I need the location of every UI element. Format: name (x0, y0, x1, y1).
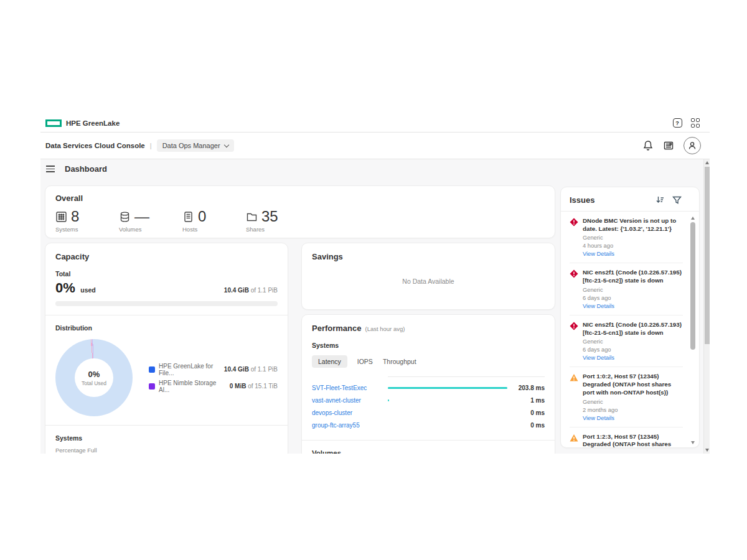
main-content: Dashboard Overall 8 Systems — (40, 159, 710, 454)
tab-iops[interactable]: IOPS (357, 355, 373, 368)
help-icon[interactable]: ? (673, 118, 682, 128)
latency-bar (388, 399, 389, 401)
donut-center-label: Total Used (82, 380, 106, 386)
page-title: Dashboard (65, 164, 107, 174)
stat-label: Volumes (119, 226, 156, 233)
latency-value: 0 ms (510, 422, 545, 429)
legend-item: HPE GreenLake for File... 10.4 GiB of 1.… (149, 363, 278, 376)
console-title: Data Services Cloud Console (45, 142, 145, 149)
legend-item: HPE Nimble Storage Al... 0 MiB of 15.1 T… (149, 380, 278, 393)
percentage-full-label: Percentage Full (55, 447, 278, 454)
performance-systems-label: Systems (312, 342, 545, 349)
capacity-title: Capacity (55, 252, 278, 261)
capacity-total-label: Total (55, 270, 278, 278)
console-header: Data Services Cloud Console | Data Ops M… (40, 133, 710, 159)
performance-card: Performance (Last hour avg) Systems Late… (301, 314, 555, 454)
issue-title: Port 1:0:2, Host 57 (12345) Degraded (ON… (583, 373, 683, 396)
view-details-link[interactable]: View Details (583, 415, 683, 421)
issue-category: Generic (583, 287, 683, 293)
filter-funnel-icon[interactable] (672, 195, 682, 205)
legend-swatch-purple (149, 383, 155, 390)
scroll-up-icon[interactable] (705, 161, 709, 164)
user-avatar[interactable] (684, 137, 701, 154)
sort-icon[interactable] (655, 195, 665, 205)
critical-icon (570, 218, 578, 226)
stat-volumes: — Volumes (119, 209, 156, 233)
legend-value: 10.4 GiB of 1.1 PiB (224, 366, 278, 373)
capacity-systems-title: Systems (55, 434, 278, 442)
distribution-title: Distribution (55, 324, 278, 332)
latency-bar (388, 387, 507, 389)
performance-subtitle: (Last hour avg) (365, 325, 405, 332)
scroll-up-icon[interactable] (691, 217, 695, 220)
perf-row: SVT-Fleet-TestExec 203.8 ms (312, 381, 545, 394)
workspace-selector[interactable]: Data Ops Manager (157, 139, 234, 152)
perf-row: devops-cluster 0 ms (312, 406, 545, 419)
latency-bar-chart: SVT-Fleet-TestExec 203.8 ms vast-avnet-c… (312, 381, 545, 431)
latency-value: 203.8 ms (510, 385, 545, 391)
savings-card: Savings No Data Available (301, 243, 555, 310)
notifications-bell-icon[interactable] (642, 140, 654, 151)
savings-title: Savings (312, 252, 545, 261)
view-details-link[interactable]: View Details (583, 303, 683, 309)
whats-new-icon[interactable] (663, 140, 674, 151)
latency-value: 1 ms (510, 397, 545, 404)
donut-center-value: 0% (88, 370, 100, 379)
view-details-link[interactable]: View Details (583, 251, 683, 257)
issue-title: NIC ens2f1 (Cnode (10.226.57.193) [ftc-2… (583, 321, 683, 337)
overall-title: Overall (55, 194, 545, 203)
perf-row: group-ftc-array55 0 ms (312, 419, 545, 431)
issue-time: 2 months ago (583, 407, 683, 413)
brand[interactable]: HPE GreenLake (45, 119, 120, 127)
performance-title: Performance (312, 324, 361, 333)
capacity-card: Capacity Total 0% used 10.4 GiB of 1.1 P… (45, 243, 288, 454)
scroll-down-icon[interactable] (691, 441, 695, 444)
volumes-section-title: Volumes (312, 449, 545, 454)
capacity-donut-chart: 0% Total Used (55, 339, 133, 416)
menu-hamburger-icon[interactable] (46, 166, 55, 172)
issues-list: DNode BMC Version is not up to date. Lat… (561, 212, 699, 448)
brand-title: HPE GreenLake (66, 119, 120, 127)
system-link[interactable]: SVT-Fleet-TestExec (312, 385, 388, 391)
separator: | (150, 142, 152, 149)
issue-category: Generic (583, 338, 683, 345)
scroll-down-icon[interactable] (705, 449, 709, 452)
issue-time: 6 days ago (583, 295, 683, 301)
issue-title: DNode BMC Version is not up to date. Lat… (583, 217, 683, 233)
issue-item: NIC ens2f1 (Cnode (10.226.57.195) [ftc-2… (570, 263, 683, 309)
tab-latency[interactable]: Latency (312, 355, 347, 368)
person-icon (687, 141, 697, 151)
warning-icon (570, 434, 578, 442)
issue-title: Port 1:2:3, Host 57 (12345) Degraded (ON… (583, 433, 683, 448)
capacity-progress-bar (55, 301, 278, 306)
volumes-icon (119, 211, 131, 223)
view-details-link[interactable]: View Details (583, 355, 683, 361)
stat-label: Systems (55, 226, 93, 233)
system-link[interactable]: devops-cluster (312, 409, 388, 416)
scrollbar-thumb[interactable] (705, 167, 710, 344)
hosts-icon (182, 211, 194, 223)
apps-grid-icon[interactable] (691, 118, 700, 128)
legend-name: HPE Nimble Storage Al... (159, 380, 223, 393)
issues-panel: Issues DNode BMC Version is not up to da… (560, 187, 700, 448)
capacity-amount: 10.4 GiB of 1.1 PiB (224, 287, 278, 294)
stat-shares: 35 Shares (246, 209, 283, 233)
stat-label: Hosts (182, 226, 220, 233)
stat-value: — (134, 209, 149, 224)
system-link[interactable]: vast-avnet-cluster (312, 397, 388, 404)
issues-scrollbar[interactable] (690, 217, 696, 444)
global-header: HPE GreenLake ? (40, 114, 710, 133)
page-scrollbar[interactable] (703, 159, 710, 454)
stat-value: 35 (261, 209, 278, 224)
latency-value: 0 ms (510, 409, 545, 416)
issue-category: Generic (583, 235, 683, 241)
capacity-percent: 0% (55, 280, 75, 296)
issue-category: Generic (583, 399, 683, 405)
issues-title: Issues (570, 195, 594, 205)
scrollbar-thumb[interactable] (690, 222, 695, 350)
systems-icon (55, 211, 67, 223)
capacity-used-label: used (80, 286, 96, 294)
system-link[interactable]: group-ftc-array55 (312, 422, 388, 429)
tab-throughput[interactable]: Throughput (383, 355, 416, 368)
issue-item: Port 1:2:3, Host 57 (12345) Degraded (ON… (570, 427, 683, 448)
